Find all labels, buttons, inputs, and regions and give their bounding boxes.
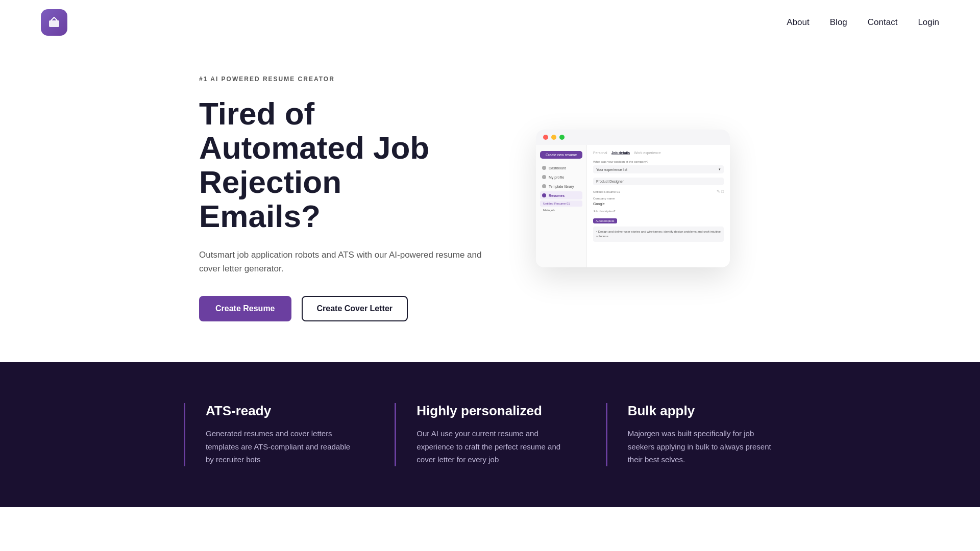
create-cover-letter-button[interactable]: Create Cover Letter (302, 296, 408, 321)
mockup-titlebar (536, 130, 730, 145)
resume-item-1: Untitled Resume 01 (540, 201, 582, 207)
app-mockup: Create new resume Dashboard My profile T… (536, 130, 730, 267)
mockup-body: Create new resume Dashboard My profile T… (536, 145, 730, 267)
feature-personalized-desc: Our AI use your current resume and exper… (416, 427, 565, 466)
nav-about[interactable]: About (787, 17, 809, 27)
nav-contact[interactable]: Contact (868, 17, 898, 27)
svg-rect-0 (49, 20, 59, 27)
position-field-label: What was your position at the company? (593, 160, 724, 163)
feature-bulk-desc: Majorgen was built specifically for job … (628, 427, 776, 466)
mock-tabs: Personal Job details Work experience (593, 151, 724, 155)
company-value: Google (593, 202, 724, 206)
autocomplete-badge: Autocomplete (593, 218, 617, 223)
dashboard-icon (542, 166, 546, 170)
feature-bulk-title: Bulk apply (628, 403, 776, 419)
sidebar-templates: Template library (540, 182, 582, 190)
sidebar-create-btn: Create new resume (540, 151, 582, 159)
feature-bulk-apply: Bulk apply Majorgen was built specifical… (606, 403, 796, 466)
nav-login[interactable]: Login (918, 17, 939, 27)
mockup-content: Personal Job details Work experience Wha… (587, 145, 730, 267)
hero-right: Create new resume Dashboard My profile T… (485, 130, 781, 267)
resume-item-2: Main job (540, 208, 582, 213)
features-grid: ATS-ready Generated resumes and cover le… (184, 403, 796, 466)
doc-actions: ✎ □ (717, 189, 724, 194)
feature-ats-ready: ATS-ready Generated resumes and cover le… (184, 403, 374, 466)
tab-job-details: Job details (611, 151, 630, 155)
doc-name-label: Untitled Resume 01 (593, 190, 620, 193)
create-resume-button[interactable]: Create Resume (199, 296, 291, 321)
features-section: ATS-ready Generated resumes and cover le… (0, 362, 980, 507)
sidebar-resumes: Resumes (540, 191, 582, 199)
tab-work-experience: Work experience (634, 151, 660, 155)
sidebar-dashboard: Dashboard (540, 164, 582, 172)
feature-ats-title: ATS-ready (206, 403, 354, 419)
hero-tag: #1 AI POWERED RESUME CREATOR (199, 76, 485, 83)
hero-section: #1 AI POWERED RESUME CREATOR Tired of Au… (158, 45, 822, 362)
logo-icon (47, 15, 61, 30)
sidebar-profile: My profile (540, 173, 582, 181)
resumes-icon (542, 193, 546, 197)
dot-red (543, 135, 548, 140)
nav-blog[interactable]: Blog (830, 17, 847, 27)
hero-buttons: Create Resume Create Cover Letter (199, 296, 485, 321)
company-label: Company name (593, 197, 724, 200)
profile-icon (542, 175, 546, 179)
feature-personalized-title: Highly personalized (416, 403, 565, 419)
hero-title: Tired of Automated Job Rejection Emails? (199, 97, 485, 234)
job-desc-label: Job description? (593, 210, 724, 213)
position-select: Your experience list ▾ (593, 165, 724, 173)
dot-green (559, 135, 565, 140)
feature-ats-desc: Generated resumes and cover letters temp… (206, 427, 354, 466)
nav-links: About Blog Contact Login (787, 17, 939, 28)
dot-yellow (551, 135, 556, 140)
hero-subtitle: Outsmart job application robots and ATS … (199, 248, 485, 276)
mockup-sidebar: Create new resume Dashboard My profile T… (536, 145, 587, 267)
hero-left: #1 AI POWERED RESUME CREATOR Tired of Au… (199, 76, 485, 321)
tab-personal: Personal (593, 151, 607, 155)
template-icon (542, 184, 546, 188)
navbar: About Blog Contact Login (0, 0, 980, 45)
feature-personalized: Highly personalized Our AI use your curr… (395, 403, 585, 466)
desc-box: • Design and deliver user stories and wi… (593, 227, 724, 242)
logo[interactable] (41, 9, 67, 36)
doc-name: Product Designer (593, 178, 724, 185)
